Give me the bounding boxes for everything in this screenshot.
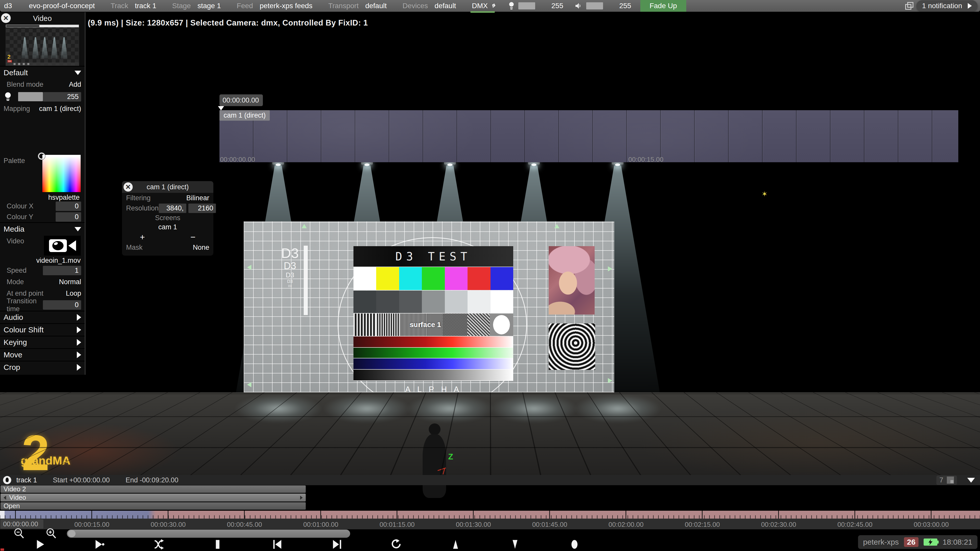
transition-field[interactable]: 0	[43, 300, 81, 310]
resolution-height-field[interactable]: 2160	[188, 203, 216, 213]
timeline-track-label[interactable]: cam 1 (direct)	[220, 110, 270, 121]
screen-edge-marker	[554, 224, 559, 228]
colour-y-field[interactable]: 0	[56, 212, 81, 222]
feed-menu-label[interactable]: Feed	[237, 2, 253, 10]
layers-icon	[947, 476, 954, 484]
track-menu-value[interactable]: track 1	[135, 2, 156, 10]
d3-mark: D3	[275, 246, 304, 260]
nudge-left-icon[interactable]	[3, 495, 6, 500]
mode-value[interactable]: Normal	[59, 278, 81, 286]
notification-badge[interactable]: 1 notification	[916, 0, 977, 11]
track-end-time[interactable]: End -00:09:20.00	[126, 476, 178, 484]
filtering-label: Filtering	[126, 194, 151, 202]
end-point-value[interactable]: Loop	[66, 289, 81, 297]
testcard-greyscale	[353, 291, 513, 313]
return-to-start-button[interactable]	[390, 538, 402, 551]
transport-menu-value[interactable]: default	[365, 2, 387, 10]
record-button[interactable]	[568, 538, 581, 551]
stop-button[interactable]	[211, 538, 224, 551]
timeline-ruler[interactable]	[0, 511, 980, 519]
scrollbar-thumb[interactable]	[68, 530, 76, 537]
devices-menu-value[interactable]: default	[434, 2, 456, 10]
video-layer-editor: Video 2 MA Default Blend mode Add 255	[0, 12, 86, 375]
hsv-palette-picker[interactable]	[42, 155, 81, 192]
notification-expand-icon[interactable]	[968, 3, 972, 9]
filtering-value[interactable]: Bilinear	[186, 194, 209, 202]
stage-3d-viewport[interactable]: D3 D3 D3 D3 D3 D3 TEST	[0, 0, 980, 551]
volume-value[interactable]: 255	[603, 2, 631, 10]
stage-menu-value[interactable]: stage 1	[197, 2, 221, 10]
layer-count-chip[interactable]: 7	[936, 475, 957, 485]
playhead-marker[interactable]	[218, 106, 224, 110]
zoom-out-icon[interactable]	[13, 527, 25, 539]
ruler-time-label: 00:00:30.00	[151, 521, 186, 529]
restore-window-icon[interactable]	[905, 2, 913, 10]
timeline-zoom-scrollbar[interactable]	[67, 530, 350, 538]
blend-mode-value[interactable]: Add	[69, 81, 81, 89]
track-name[interactable]: track 1	[16, 476, 37, 484]
dmx-menu-item[interactable]: DMX	[472, 2, 488, 10]
stage-floor	[0, 392, 980, 475]
brightness-value[interactable]: 255	[535, 2, 563, 10]
app-logo[interactable]: d3	[4, 2, 12, 10]
mapping-value[interactable]: cam 1 (direct)	[39, 105, 81, 113]
chevron-right-icon	[77, 364, 81, 371]
section-crop[interactable]: Crop	[0, 361, 85, 373]
section-keying[interactable]: Keying	[0, 336, 85, 348]
next-track-button[interactable]	[509, 538, 521, 551]
testcard-title: D3 TEST	[395, 250, 471, 263]
feed-menu-value[interactable]: peterk-xps feeds	[259, 2, 312, 10]
volume-slider[interactable]	[586, 2, 603, 10]
track-start-time[interactable]: Start +00:00:00.00	[53, 476, 110, 484]
section-default[interactable]: Default	[0, 66, 85, 79]
palette-name[interactable]: hsvpalette	[48, 194, 80, 202]
loop-section-button[interactable]	[152, 538, 164, 551]
layer-bar-video[interactable]: Video	[0, 494, 306, 502]
next-section-button[interactable]	[331, 538, 344, 551]
transport-menu-label[interactable]: Transport	[328, 2, 359, 10]
speed-field[interactable]: 1	[43, 266, 81, 275]
zoom-in-icon[interactable]	[45, 527, 57, 539]
section-media[interactable]: Media	[0, 222, 85, 235]
video-preview-thumbnail[interactable]: 2 MA	[6, 24, 79, 66]
add-screen-button[interactable]: +	[140, 232, 145, 242]
opacity-slider[interactable]	[18, 92, 43, 101]
project-name[interactable]: evo-proof-of-concept	[29, 2, 95, 10]
collapse-caret-icon[interactable]	[967, 478, 975, 483]
playhead-time-badge[interactable]: 00:00:00.00	[220, 94, 263, 106]
thumbnail-beam	[32, 37, 39, 59]
previous-track-button[interactable]	[449, 538, 462, 551]
thumbnail-logo: 2	[7, 54, 11, 59]
video-camera-icon[interactable]	[44, 236, 81, 256]
fade-up-button[interactable]: Fade Up	[640, 0, 686, 12]
play-to-next-section-button[interactable]	[93, 538, 105, 551]
thumbnail-beam	[21, 37, 28, 59]
opacity-value-field[interactable]: 255	[43, 92, 81, 102]
close-icon[interactable]	[124, 183, 133, 192]
play-button[interactable]	[33, 538, 45, 551]
section-move[interactable]: Move	[0, 348, 85, 361]
timeline-track-cam1[interactable]: cam 1 (direct)	[220, 110, 958, 162]
blend-mode-row[interactable]: Blend mode Add	[0, 79, 85, 90]
track-icon[interactable]	[3, 476, 11, 484]
section-colour-shift[interactable]: Colour Shift	[0, 323, 85, 336]
mapping-row[interactable]: Mapping cam 1 (direct)	[0, 103, 85, 114]
previous-section-button[interactable]	[271, 538, 283, 551]
remove-screen-button[interactable]: −	[190, 232, 196, 242]
layer-bar-video2[interactable]: Video 2	[0, 486, 306, 493]
brightness-slider[interactable]	[518, 2, 535, 10]
devices-menu-label[interactable]: Devices	[402, 2, 428, 10]
screen-name[interactable]: cam 1	[122, 222, 213, 232]
nudge-right-icon[interactable]	[300, 495, 303, 500]
stage-menu-label[interactable]: Stage	[172, 2, 191, 10]
layer-bar-open[interactable]: Open	[0, 502, 306, 510]
track-menu-label[interactable]: Track	[111, 2, 128, 10]
video-filename[interactable]: videoin_1.mov	[36, 257, 81, 265]
brightness-icon	[5, 92, 10, 101]
media-video-row: Video videoin_1.mov	[0, 235, 85, 265]
colour-x-field[interactable]: 0	[56, 202, 81, 211]
d3-mark: D3	[275, 284, 304, 288]
resolution-width-field[interactable]: 3840,	[159, 203, 186, 213]
close-icon[interactable]	[1, 13, 11, 23]
mask-value[interactable]: None	[192, 244, 209, 251]
